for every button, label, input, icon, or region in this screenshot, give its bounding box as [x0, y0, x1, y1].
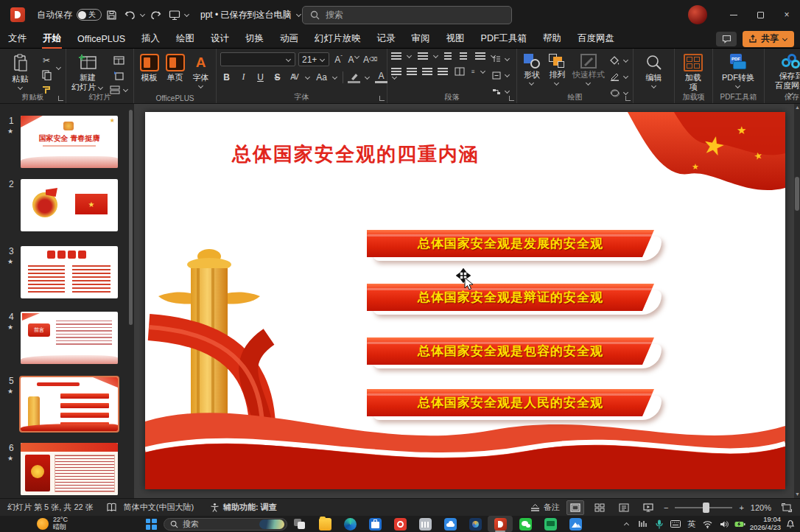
- shape-outline-icon[interactable]: [608, 71, 622, 83]
- maximize-button[interactable]: [747, 0, 773, 29]
- arrange-button[interactable]: 排列: [546, 52, 568, 85]
- wifi-icon[interactable]: [701, 516, 715, 532]
- volume-icon[interactable]: [717, 516, 731, 532]
- tab-draw[interactable]: 绘图: [168, 29, 203, 49]
- battery-icon[interactable]: [734, 516, 747, 532]
- banner-2[interactable]: 总体国家安全观是辩证的安全观: [367, 284, 654, 311]
- tab-record[interactable]: 记录: [369, 29, 404, 49]
- zoom-out-button[interactable]: −: [664, 503, 668, 512]
- start-slideshow-button[interactable]: [165, 5, 184, 24]
- tab-insert[interactable]: 插入: [133, 29, 168, 49]
- character-spacing-dropdown-icon[interactable]: [305, 75, 311, 80]
- scroll-up-icon[interactable]: ▲: [795, 105, 799, 110]
- increase-indent-icon[interactable]: [460, 52, 470, 60]
- zoom-slider-thumb[interactable]: [703, 503, 709, 513]
- microsoft-store-button[interactable]: [362, 516, 387, 532]
- justify-icon[interactable]: [438, 68, 448, 75]
- clock[interactable]: 19:04 2026/4/23: [750, 516, 781, 532]
- collapse-ribbon-icon[interactable]: [788, 91, 794, 96]
- cloud-app-button[interactable]: [438, 516, 463, 532]
- tab-view[interactable]: 视图: [438, 29, 473, 49]
- slide-sorter-view-button[interactable]: [591, 500, 608, 515]
- change-case-button[interactable]: Aa: [315, 71, 328, 83]
- slide-thumbnail-5[interactable]: [19, 376, 119, 433]
- shapes-button[interactable]: 形状: [521, 52, 543, 85]
- close-button[interactable]: ×: [773, 0, 800, 29]
- numbering-dropdown-icon[interactable]: [433, 54, 439, 58]
- undo-dropdown-icon[interactable]: [140, 13, 146, 17]
- quick-styles-button[interactable]: 快速样式: [572, 52, 606, 85]
- tab-review[interactable]: 审阅: [404, 29, 438, 49]
- scroll-down-icon[interactable]: ▼: [795, 492, 799, 497]
- font-name-combo[interactable]: [220, 52, 295, 66]
- document-title[interactable]: ppt • 已保存到这台电脑: [200, 9, 302, 21]
- accessibility-button[interactable]: 辅助功能: 调查: [210, 502, 277, 513]
- strikethrough-button[interactable]: S: [271, 71, 284, 83]
- tab-slideshow[interactable]: 幻灯片放映: [306, 29, 369, 49]
- user-avatar[interactable]: [688, 5, 707, 24]
- minimize-button[interactable]: [720, 0, 747, 29]
- notification-bell-icon[interactable]: z: [784, 516, 797, 532]
- autosave-switch[interactable]: 关: [77, 9, 102, 21]
- input-language-indicator[interactable]: 英: [685, 516, 698, 532]
- slide-thumbnail-6[interactable]: [21, 443, 118, 495]
- text-highlight-button[interactable]: [348, 71, 360, 83]
- tab-pdf-toolbox[interactable]: PDF工具箱: [473, 29, 536, 49]
- display-app-button[interactable]: [538, 516, 563, 532]
- clear-formatting-button[interactable]: A⌫: [363, 53, 377, 66]
- reset-slide-button[interactable]: [112, 69, 125, 81]
- taskbar-search[interactable]: 搜索: [164, 518, 287, 531]
- scrollbar-thumb[interactable]: [795, 177, 799, 211]
- photos-app-button[interactable]: [463, 516, 488, 532]
- tab-transitions[interactable]: 切换: [237, 29, 272, 49]
- grow-font-button[interactable]: Aˆ: [332, 53, 345, 66]
- dd1-icon[interactable]: [505, 57, 510, 61]
- zoom-in-button[interactable]: +: [739, 503, 743, 512]
- decrease-indent-icon[interactable]: [444, 52, 455, 60]
- paragraph-dialog-launcher[interactable]: [509, 96, 514, 101]
- columns-button[interactable]: [453, 66, 466, 77]
- bing-daily-image[interactable]: [259, 519, 284, 529]
- slide-thumbnail-4[interactable]: 前言: [21, 312, 118, 364]
- comments-button[interactable]: [716, 32, 737, 46]
- slide-editor[interactable]: ★ ★ ★ ★: [145, 112, 785, 489]
- slide-title[interactable]: 总体国家安全观的四重内涵: [232, 141, 480, 167]
- dd2-icon[interactable]: [505, 73, 510, 77]
- zoom-slider[interactable]: [675, 507, 732, 508]
- align-right-icon[interactable]: [422, 68, 432, 75]
- tab-officeplus[interactable]: OfficePLUS: [69, 29, 133, 49]
- normal-view-button[interactable]: [566, 500, 584, 515]
- highlight-dropdown-icon[interactable]: [365, 75, 371, 80]
- powerpoint-taskbar-button[interactable]: [488, 516, 513, 532]
- mountain-app-button[interactable]: [563, 516, 588, 532]
- copy-button[interactable]: [40, 69, 53, 81]
- paste-button[interactable]: 粘贴: [4, 52, 37, 90]
- share-button[interactable]: 共享: [743, 31, 794, 47]
- shape-outline-dropdown-icon[interactable]: [623, 74, 629, 79]
- tab-baidu-netdisk[interactable]: 百度网盘: [569, 29, 622, 49]
- template-button[interactable]: 模板: [138, 52, 161, 83]
- tray-bars-icon[interactable]: [636, 516, 650, 532]
- appgallery-button[interactable]: [387, 516, 413, 532]
- text-direction-2-icon[interactable]: [490, 53, 503, 65]
- text-direction-dropdown-icon[interactable]: [480, 69, 486, 74]
- addins-button[interactable]: 加载项: [678, 52, 708, 91]
- spellcheck-button[interactable]: [107, 503, 116, 512]
- zoom-level[interactable]: 120%: [751, 503, 771, 512]
- align-text-icon[interactable]: [490, 69, 503, 81]
- undo-button[interactable]: [121, 5, 140, 24]
- quick-access-dropdown-icon[interactable]: [184, 13, 190, 17]
- font-tool-button[interactable]: A 字体: [189, 52, 212, 88]
- slide-thumbnail-1[interactable]: ★ 国家安全 青春挺膺: [21, 116, 118, 168]
- font-dialog-launcher[interactable]: [379, 96, 385, 101]
- slide-layout-button[interactable]: [112, 55, 125, 66]
- shrink-font-button[interactable]: A: [348, 53, 360, 66]
- new-slide-button[interactable]: 新建幻灯片: [70, 52, 105, 91]
- vertical-scrollbar[interactable]: ▲ ▼: [794, 104, 800, 498]
- banner-3[interactable]: 总体国家安全观是包容的安全观: [367, 337, 654, 365]
- file-explorer-button[interactable]: [312, 516, 337, 532]
- clipboard-dialog-launcher[interactable]: [58, 96, 63, 101]
- text-direction-icon[interactable]: ≡: [471, 69, 475, 75]
- touch-keyboard-icon[interactable]: [669, 516, 682, 532]
- tab-design[interactable]: 设计: [203, 29, 237, 49]
